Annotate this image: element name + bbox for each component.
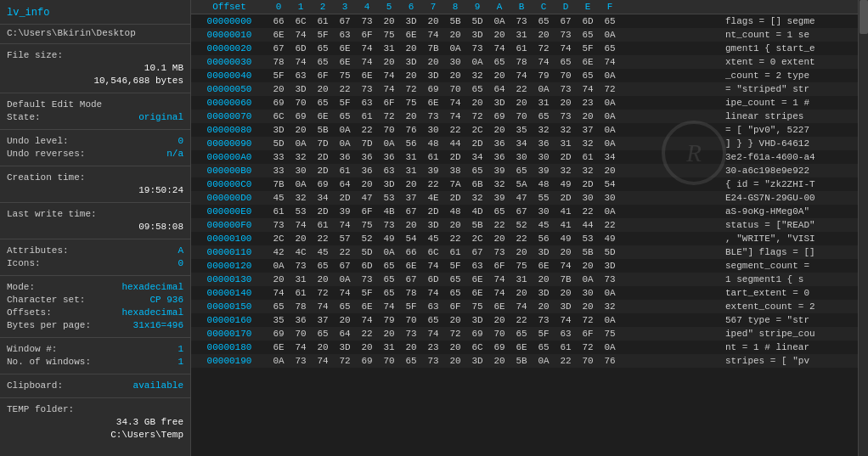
hex-byte[interactable]: 56	[400, 138, 422, 149]
hex-byte[interactable]: 6F	[356, 30, 378, 40]
hex-byte[interactable]: 69	[312, 179, 334, 189]
hex-byte[interactable]: 6C	[466, 342, 488, 352]
hex-byte[interactable]: 35	[510, 125, 533, 135]
hex-byte[interactable]: 74	[378, 301, 400, 312]
hex-row[interactable]: 000000405F636F756E74203D203220747970650A…	[191, 69, 858, 82]
hex-byte[interactable]: 44	[577, 220, 599, 230]
hex-byte[interactable]: 65	[555, 57, 577, 67]
hex-byte[interactable]: 72	[334, 356, 356, 366]
hex-byte[interactable]: 2D	[312, 152, 334, 162]
hex-byte[interactable]: 73	[290, 356, 312, 366]
hex-byte[interactable]: 3D	[466, 315, 488, 325]
hex-row[interactable]: 000000F0737461747573203D205B225245414422…	[191, 218, 858, 232]
hex-byte[interactable]: 6E	[356, 70, 378, 81]
hex-byte[interactable]: 30	[577, 288, 599, 298]
hex-byte[interactable]: 22	[422, 179, 444, 189]
hex-byte[interactable]: 20	[555, 247, 577, 257]
hex-byte[interactable]: 73	[555, 30, 577, 40]
hex-byte[interactable]: 0A	[577, 274, 599, 284]
hex-byte[interactable]: 0A	[378, 138, 400, 149]
hex-byte[interactable]: 20	[488, 125, 510, 135]
hex-byte[interactable]: 74	[356, 315, 378, 325]
hex-byte[interactable]: 65	[444, 288, 466, 298]
hex-byte[interactable]: 31	[510, 30, 533, 40]
hex-byte[interactable]: 20	[555, 98, 577, 108]
hex-byte[interactable]: 0A	[599, 98, 621, 108]
hex-byte[interactable]: 52	[356, 234, 378, 244]
hex-byte[interactable]: 6F	[378, 98, 400, 108]
hex-byte[interactable]: 30	[510, 152, 533, 162]
hex-byte[interactable]: 5D	[466, 16, 488, 26]
hex-byte[interactable]: 0A	[378, 247, 400, 257]
hex-byte[interactable]: 70	[444, 84, 466, 94]
hex-byte[interactable]: 63	[334, 30, 356, 40]
hex-byte[interactable]: 63	[422, 301, 444, 312]
hex-byte[interactable]: 36	[378, 152, 400, 162]
hex-row[interactable]: 000001302031200A7365676D656E7431207B0A73…	[191, 273, 858, 286]
hex-byte[interactable]: 75	[378, 30, 400, 40]
hex-byte[interactable]: 0A	[444, 43, 466, 53]
hex-byte[interactable]: 67	[466, 247, 488, 257]
hex-byte[interactable]: 20	[400, 70, 422, 81]
hex-byte[interactable]: 20	[356, 179, 378, 189]
hex-byte[interactable]: 45	[422, 234, 444, 244]
hex-byte[interactable]: 3D	[400, 57, 422, 67]
hex-byte[interactable]: 37	[400, 193, 422, 203]
hex-byte[interactable]: 6C	[422, 247, 444, 257]
hex-byte[interactable]: 20	[334, 315, 356, 325]
hex-byte[interactable]: 22	[599, 220, 621, 230]
hex-byte[interactable]: 61	[312, 220, 334, 230]
hex-byte[interactable]: 63	[356, 98, 378, 108]
hex-byte[interactable]: 20	[312, 342, 334, 352]
hex-row[interactable]: 000000A033322D36363631612D343630302D6134…	[191, 150, 858, 164]
hex-byte[interactable]: 73	[356, 274, 378, 284]
hex-row[interactable]: 000001900A73747269706573203D205B0A227076…	[191, 354, 858, 368]
hex-row[interactable]: 000000B033302D61366331393865396539323220…	[191, 164, 858, 177]
hex-byte[interactable]: 6E	[268, 342, 290, 352]
hex-byte[interactable]: 6E	[334, 43, 356, 53]
hex-byte[interactable]: 69	[488, 342, 510, 352]
hex-byte[interactable]: 65	[599, 16, 621, 26]
hex-byte[interactable]: 30	[577, 193, 599, 203]
hex-byte[interactable]: 65	[400, 356, 422, 366]
hex-byte[interactable]: 5B	[510, 356, 533, 366]
hex-byte[interactable]: 30	[422, 125, 444, 135]
hex-byte[interactable]: 22	[312, 234, 334, 244]
hex-byte[interactable]: 20	[400, 220, 422, 230]
hex-byte[interactable]: 3D	[378, 179, 400, 189]
hex-byte[interactable]: 70	[555, 70, 577, 81]
hex-byte[interactable]: 31	[378, 342, 400, 352]
hex-byte[interactable]: 61	[577, 152, 599, 162]
hex-byte[interactable]: 3D	[533, 288, 555, 298]
hex-byte[interactable]: 47	[510, 193, 533, 203]
hex-byte[interactable]: 6E	[533, 261, 555, 271]
hex-byte[interactable]: 22	[510, 234, 533, 244]
hex-byte[interactable]: 69	[356, 356, 378, 366]
hex-byte[interactable]: 39	[422, 166, 444, 176]
hex-byte[interactable]: 39	[334, 206, 356, 217]
hex-byte[interactable]: 64	[488, 84, 510, 94]
hex-byte[interactable]: 66	[400, 247, 422, 257]
hex-byte[interactable]: 5F	[577, 43, 599, 53]
hex-byte[interactable]: 36	[334, 152, 356, 162]
hex-byte[interactable]: 52	[510, 220, 533, 230]
hex-byte[interactable]: 36	[356, 152, 378, 162]
hex-byte[interactable]: 3D	[555, 301, 577, 312]
hex-byte[interactable]: 20	[488, 234, 510, 244]
hex-byte[interactable]: 63	[555, 329, 577, 339]
hex-byte[interactable]: 2D	[312, 206, 334, 217]
hex-byte[interactable]: 2D	[466, 138, 488, 149]
hex-byte[interactable]: 32	[577, 138, 599, 149]
hex-byte[interactable]: 2C	[268, 234, 290, 244]
hex-byte[interactable]: 32	[533, 125, 555, 135]
hex-byte[interactable]: 74	[577, 84, 599, 94]
hex-byte[interactable]: 3D	[422, 70, 444, 81]
hex-row[interactable]: 000000C07B0A6964203D20227A6B325A48492D54…	[191, 177, 858, 191]
hex-byte[interactable]: 0A	[599, 315, 621, 325]
hex-byte[interactable]: 74	[334, 220, 356, 230]
hex-byte[interactable]: 22	[356, 329, 378, 339]
hex-row[interactable]: 000001706970656422207374726970655F636F75…	[191, 327, 858, 341]
hex-byte[interactable]: 5D	[356, 247, 378, 257]
hex-row[interactable]: 00000000666C616773203D205B5D0A7365676D65…	[191, 14, 858, 28]
hex-byte[interactable]: 79	[378, 315, 400, 325]
